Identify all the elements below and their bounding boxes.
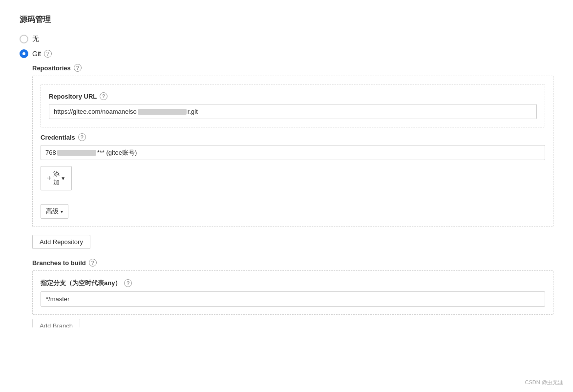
radio-git[interactable]: Git ? — [20, 49, 553, 58]
branches-section: Branches to build ? 指定分支（为空时代表any） ? — [32, 259, 553, 315]
repositories-label: Repositories ? — [32, 64, 553, 72]
repository-url-help-icon[interactable]: ? — [100, 92, 107, 100]
advanced-button[interactable]: 高级 ▾ — [41, 204, 68, 219]
specify-branch-help-icon[interactable]: ? — [124, 279, 132, 287]
branch-input[interactable] — [41, 291, 545, 307]
radio-group: 无 Git ? — [20, 35, 553, 58]
add-button-label: 添加 — [53, 169, 60, 187]
plus-icon: + — [47, 174, 51, 182]
repository-url-input[interactable] — [49, 104, 537, 119]
radio-none-label: 无 — [32, 35, 39, 43]
radio-none[interactable]: 无 — [20, 35, 553, 43]
specify-branch-label: 指定分支（为空时代表any） ? — [41, 279, 545, 288]
page-container: 源码管理 无 Git ? Repositories ? Reposi — [0, 0, 573, 392]
add-dropdown-icon: ▼ — [61, 176, 65, 181]
section-title: 源码管理 — [20, 15, 553, 25]
repositories-section: Repositories ? Repository URL ? https://… — [32, 64, 553, 227]
git-help-icon[interactable]: ? — [44, 50, 52, 58]
add-branch-button[interactable]: Add Branch — [32, 319, 80, 333]
radio-git-label: Git — [32, 50, 41, 58]
add-repository-button[interactable]: Add Repository — [32, 235, 90, 249]
radio-git-circle — [20, 49, 28, 58]
chevron-down-icon: ▾ — [61, 209, 63, 214]
credentials-label: Credentials ? — [41, 133, 545, 141]
watermark: CSDN @虫无涯 — [525, 379, 563, 386]
branches-dashed-box: 指定分支（为空时代表any） ? — [32, 270, 553, 315]
radio-none-circle — [20, 35, 28, 43]
add-branch-label: Add Branch — [40, 322, 73, 330]
add-credential-button[interactable]: + 添加 ▼ — [41, 166, 72, 190]
repositories-help-icon[interactable]: ? — [74, 64, 82, 72]
repository-url-box: Repository URL ? https://gitee.com/noama… — [41, 84, 545, 127]
branches-label: Branches to build ? — [32, 259, 553, 267]
git-section: Repositories ? Repository URL ? https://… — [32, 64, 553, 343]
credentials-input[interactable] — [41, 145, 545, 160]
repositories-dashed-box: Repository URL ? https://gitee.com/noama… — [32, 76, 553, 227]
add-repository-label: Add Repository — [40, 238, 83, 246]
advanced-label: 高级 — [46, 207, 59, 216]
repository-url-label: Repository URL ? — [49, 92, 537, 100]
credentials-help-icon[interactable]: ? — [78, 133, 86, 141]
branches-help-icon[interactable]: ? — [89, 259, 97, 267]
